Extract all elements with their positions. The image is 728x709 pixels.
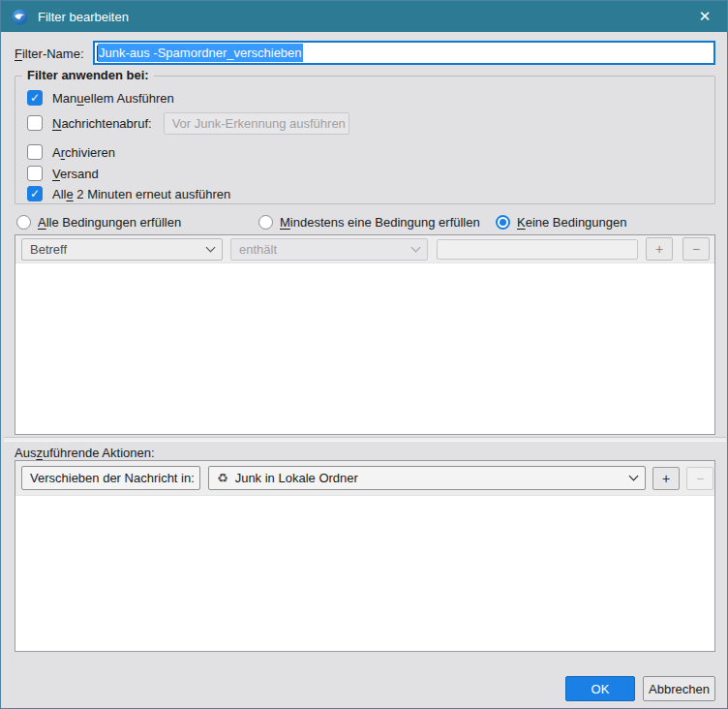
check-icon: ✓ <box>30 92 40 104</box>
close-icon: ✕ <box>699 8 712 25</box>
sending-checkbox[interactable] <box>27 166 43 181</box>
condition-operator-dropdown: enthält <box>230 238 428 261</box>
add-action-button[interactable]: + <box>652 467 680 490</box>
conditions-list: Betreff enthält + − <box>15 234 715 435</box>
manual-run-checkbox[interactable]: ✓ <box>27 90 43 106</box>
condition-attribute-value: Betreff <box>30 242 67 257</box>
apply-when-group: Filter anwenden bei: ✓ Manuellem Ausführ… <box>15 76 715 204</box>
radio-match-all[interactable]: Alle Bedingungen erfüllen <box>16 213 181 231</box>
window-title: Filter bearbeiten <box>38 10 129 24</box>
radio-icon[interactable] <box>258 215 273 230</box>
filter-name-label: Filter-Name: <box>15 46 84 61</box>
periodic-run-checkbox[interactable]: ✓ <box>27 186 43 201</box>
chevron-down-icon <box>206 242 216 252</box>
radio-match-all-label: Alle Bedingungen erfüllen <box>38 215 181 230</box>
add-condition-button[interactable]: + <box>646 237 673 261</box>
checkbox-row-getting-mail[interactable]: Nachrichtenabruf: Vor Junk-Erkennung aus… <box>27 114 349 132</box>
periodic-run-label: Alle 2 Minuten erneut ausführen <box>52 187 230 201</box>
getting-mail-label: Nachrichtenabruf: <box>52 116 152 131</box>
action-target-value: Junk in Lokale Ordner <box>235 471 358 485</box>
condition-value-input <box>437 239 638 260</box>
junk-timing-dropdown: Vor Junk-Erkennung ausführen <box>164 112 349 135</box>
check-icon: ✓ <box>30 188 40 200</box>
apply-when-legend: Filter anwenden bei: <box>22 68 154 82</box>
close-button[interactable]: ✕ <box>682 1 727 32</box>
chevron-down-icon <box>629 472 639 481</box>
junk-timing-value: Vor Junk-Erkennung ausführen <box>172 116 346 131</box>
radio-match-any-label: Mindestens eine Bedingung erfüllen <box>280 215 480 230</box>
radio-match-any[interactable]: Mindestens eine Bedingung erfüllen <box>258 213 480 231</box>
manual-run-label: Manuellem Ausführen <box>52 91 174 106</box>
radio-match-none[interactable]: Keine Bedingungen <box>496 213 627 231</box>
filter-name-input[interactable]: Junk-aus -Spamordner_verschieben <box>93 41 715 65</box>
condition-row: Betreff enthält + − <box>15 235 714 263</box>
checkbox-row-periodic-run[interactable]: ✓ Alle 2 Minuten erneut ausführen <box>27 185 230 202</box>
radio-match-none-label: Keine Bedingungen <box>517 215 627 230</box>
junk-folder-icon: ♻ <box>217 472 228 484</box>
action-type-dropdown[interactable]: Verschieben der Nachricht in: <box>21 466 200 490</box>
chevron-down-icon <box>411 242 421 252</box>
archiving-checkbox[interactable] <box>27 144 43 160</box>
filter-edit-dialog: Filter bearbeiten ✕ Filter-Name: Junk-au… <box>0 0 728 709</box>
filter-name-value: Junk-aus -Spamordner_verschieben <box>98 44 303 62</box>
ok-button[interactable]: OK <box>565 676 635 701</box>
checkbox-row-archiving[interactable]: Archivieren <box>27 143 115 161</box>
titlebar[interactable]: Filter bearbeiten ✕ <box>1 1 727 32</box>
condition-operator-value: enthält <box>239 242 277 257</box>
action-type-value: Verschieben der Nachricht in: <box>30 471 195 485</box>
condition-attribute-dropdown[interactable]: Betreff <box>21 238 223 261</box>
checkbox-row-sending[interactable]: Versand <box>27 165 99 182</box>
action-row: Verschieben der Nachricht in: ♻ Junk in … <box>15 461 714 496</box>
actions-label: Auszuführende Aktionen: <box>15 446 155 460</box>
checkbox-row-manual-run[interactable]: ✓ Manuellem Ausführen <box>27 89 174 107</box>
sending-label: Versand <box>52 167 99 181</box>
splitter-handle[interactable] <box>4 437 726 442</box>
remove-condition-button[interactable]: − <box>682 237 710 261</box>
getting-mail-checkbox[interactable] <box>27 115 43 131</box>
radio-icon[interactable] <box>496 215 510 230</box>
thunderbird-app-icon <box>12 9 28 25</box>
remove-action-button[interactable]: − <box>686 467 713 490</box>
match-mode-radios: Alle Bedingungen erfüllen Mindestens ein… <box>16 213 715 231</box>
action-target-folder-dropdown[interactable]: ♻ Junk in Lokale Ordner <box>208 466 646 490</box>
archiving-label: Archivieren <box>52 145 115 160</box>
cancel-button[interactable]: Abbrechen <box>643 676 715 701</box>
radio-icon[interactable] <box>16 215 31 230</box>
actions-list: Verschieben der Nachricht in: ♻ Junk in … <box>15 460 715 652</box>
